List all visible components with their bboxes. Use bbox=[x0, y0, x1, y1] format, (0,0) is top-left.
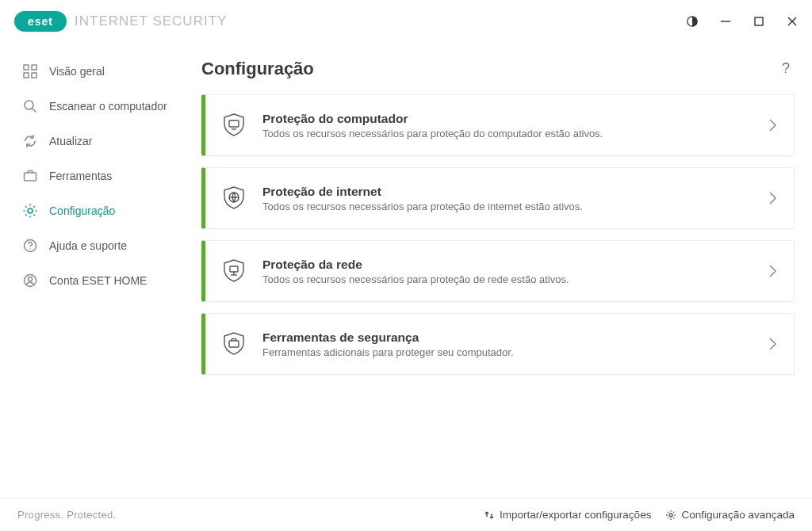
svg-text:eset: eset bbox=[28, 15, 53, 28]
refresh-icon bbox=[22, 133, 38, 149]
sidebar-item-tools[interactable]: Ferramentas bbox=[0, 159, 193, 193]
import-export-button[interactable]: Importar/exportar configurações bbox=[484, 509, 651, 521]
card-subtitle: Todos os recursos necessários para prote… bbox=[262, 128, 767, 139]
import-export-label: Importar/exportar configurações bbox=[500, 509, 651, 521]
sidebar-item-update[interactable]: Atualizar bbox=[0, 124, 193, 159]
help-circle-icon bbox=[22, 238, 38, 254]
minimize-icon[interactable] bbox=[718, 14, 733, 29]
svg-rect-4 bbox=[755, 17, 763, 25]
titlebar: eset INTERNET SECURITY bbox=[0, 0, 812, 43]
shield-globe-icon bbox=[216, 181, 251, 216]
card-title: Proteção da rede bbox=[262, 258, 767, 272]
svg-rect-25 bbox=[229, 341, 239, 347]
page-header: Configuração ? bbox=[201, 57, 795, 94]
main-content: Configuração ? Proteção do computador To… bbox=[193, 43, 812, 498]
footer: Progress. Protected. Importar/exportar c… bbox=[0, 498, 812, 531]
sidebar-item-label: Ferramentas bbox=[49, 170, 182, 182]
svg-rect-10 bbox=[32, 73, 36, 78]
chevron-right-icon bbox=[767, 117, 778, 133]
svg-point-11 bbox=[25, 101, 33, 109]
chevron-right-icon bbox=[767, 190, 778, 206]
sidebar-item-label: Ajuda e suporte bbox=[49, 239, 182, 252]
svg-line-12 bbox=[33, 109, 36, 113]
chevron-right-icon bbox=[767, 336, 778, 352]
gear-small-icon bbox=[665, 510, 676, 521]
product-name: INTERNET SECURITY bbox=[75, 13, 227, 29]
card-internet-protection[interactable]: Proteção de internet Todos os recursos n… bbox=[201, 167, 795, 229]
card-title: Ferramentas de segurança bbox=[262, 330, 767, 345]
svg-point-26 bbox=[669, 514, 672, 517]
sidebar-item-scan[interactable]: Escanear o computador bbox=[0, 89, 193, 124]
advanced-config-button[interactable]: Configuração avançada bbox=[665, 509, 795, 521]
card-title: Proteção do computador bbox=[262, 112, 767, 126]
sidebar-item-label: Configuração bbox=[49, 204, 182, 217]
page-title: Configuração bbox=[201, 59, 314, 79]
shield-network-icon bbox=[216, 254, 251, 288]
import-export-icon bbox=[484, 510, 495, 521]
advanced-config-label: Configuração avançada bbox=[681, 509, 795, 521]
close-icon[interactable] bbox=[785, 14, 799, 29]
svg-point-14 bbox=[28, 208, 33, 213]
sidebar-item-label: Escanear o computador bbox=[49, 100, 182, 113]
window-controls bbox=[685, 14, 799, 29]
shield-tools-icon bbox=[216, 327, 251, 361]
sidebar-item-configuration[interactable]: Configuração bbox=[0, 193, 193, 228]
brand-logo: eset bbox=[14, 11, 67, 32]
card-subtitle: Todos os recursos necessários para prote… bbox=[262, 201, 767, 212]
briefcase-icon bbox=[22, 168, 38, 184]
card-subtitle: Todos os recursos necessários para prote… bbox=[262, 273, 767, 285]
sidebar-item-account[interactable]: Conta ESET HOME bbox=[0, 263, 193, 298]
card-title: Proteção de internet bbox=[262, 185, 767, 199]
card-computer-protection[interactable]: Proteção do computador Todos os recursos… bbox=[201, 94, 795, 156]
user-circle-icon bbox=[22, 273, 38, 288]
sidebar: Visão geral Escanear o computador Atuali… bbox=[0, 43, 193, 498]
sidebar-item-overview[interactable]: Visão geral bbox=[0, 54, 193, 89]
svg-rect-19 bbox=[229, 120, 239, 127]
card-security-tools[interactable]: Ferramentas de segurança Ferramentas adi… bbox=[201, 313, 795, 375]
search-icon bbox=[22, 98, 38, 114]
brand: eset INTERNET SECURITY bbox=[14, 11, 227, 32]
svg-rect-8 bbox=[32, 65, 36, 70]
shield-monitor-icon bbox=[216, 108, 251, 143]
svg-rect-13 bbox=[25, 173, 36, 181]
chevron-right-icon bbox=[767, 263, 778, 279]
svg-point-18 bbox=[28, 277, 32, 281]
contrast-icon[interactable] bbox=[685, 14, 699, 29]
sidebar-item-label: Atualizar bbox=[49, 135, 182, 147]
sidebar-item-label: Visão geral bbox=[49, 65, 182, 78]
dashboard-icon bbox=[22, 63, 38, 79]
svg-rect-22 bbox=[230, 266, 238, 272]
card-subtitle: Ferramentas adicionais para proteger seu… bbox=[262, 346, 767, 358]
sidebar-item-help[interactable]: Ajuda e suporte bbox=[0, 228, 193, 263]
help-button[interactable]: ? bbox=[777, 57, 795, 80]
sidebar-item-label: Conta ESET HOME bbox=[49, 274, 182, 287]
card-network-protection[interactable]: Proteção da rede Todos os recursos neces… bbox=[201, 240, 795, 302]
svg-rect-7 bbox=[24, 65, 29, 70]
footer-tagline: Progress. Protected. bbox=[17, 509, 117, 521]
svg-rect-9 bbox=[24, 73, 29, 78]
cards-list: Proteção do computador Todos os recursos… bbox=[201, 94, 795, 375]
svg-point-16 bbox=[29, 248, 30, 249]
maximize-icon[interactable] bbox=[752, 14, 766, 29]
gear-icon bbox=[22, 203, 38, 219]
